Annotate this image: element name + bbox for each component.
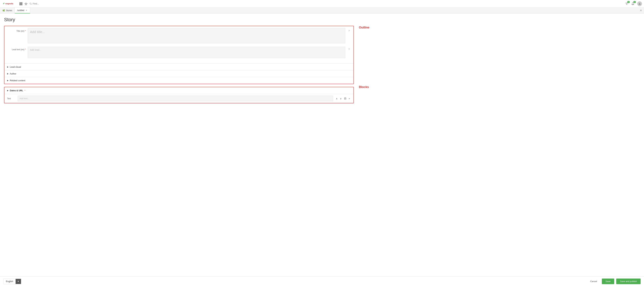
logo: magnolia bbox=[2, 1, 17, 6]
svg-rect-6 bbox=[20, 4, 21, 4]
svg-rect-4 bbox=[22, 2, 22, 3]
language-selector[interactable]: English ▼ bbox=[4, 278, 21, 284]
page-title: Story bbox=[4, 17, 640, 22]
svg-text:magnolia: magnolia bbox=[6, 3, 13, 5]
svg-rect-2 bbox=[20, 2, 20, 3]
bottom-right-actions: Cancel Save Save and publish bbox=[588, 278, 640, 284]
main-content: Story Title (en) * ? bbox=[0, 14, 644, 286]
dropdown-chevron-icon: ▼ bbox=[17, 280, 19, 282]
outline-box: Title (en) * ? Lead text (en) * bbox=[4, 26, 354, 84]
outline-fields: Title (en) * ? Lead text (en) * bbox=[4, 26, 354, 63]
lead-visual-chevron: ▶ bbox=[7, 66, 8, 68]
svg-rect-8 bbox=[20, 5, 20, 5]
dates-url-row[interactable]: ▶ Dates & URL * bbox=[4, 87, 354, 94]
related-content-label: Related content bbox=[10, 79, 25, 82]
title-input[interactable] bbox=[28, 28, 345, 43]
lead-visual-label: Lead visual bbox=[10, 66, 21, 68]
svg-line-12 bbox=[31, 4, 32, 5]
related-content-row[interactable]: ▶ Related content bbox=[4, 77, 354, 84]
bell-icon-badge[interactable]: 0 bbox=[631, 2, 634, 6]
blocks-section-label: Blocks bbox=[359, 85, 640, 89]
grid-icon[interactable] bbox=[19, 2, 22, 5]
save-publish-button[interactable]: Save and publish bbox=[616, 278, 640, 284]
language-label: English bbox=[4, 279, 16, 284]
tab-stories-label: Stories bbox=[6, 9, 12, 12]
tab-bar-close-button[interactable]: ✕ bbox=[638, 9, 644, 12]
text-block-row: Text ∧ ∨ bbox=[4, 94, 354, 103]
filter-icon-badge[interactable]: 0 bbox=[625, 2, 628, 6]
title-help-button[interactable]: ? bbox=[348, 28, 351, 32]
lead-help-button[interactable]: ? bbox=[348, 47, 351, 51]
svg-rect-9 bbox=[20, 5, 21, 5]
block-actions: ∧ ∨ + bbox=[335, 97, 351, 100]
lead-text-field-row: Lead text (en) * ? bbox=[7, 47, 351, 59]
bell-badge: 0 bbox=[633, 1, 636, 3]
title-field-label: Title (en) * bbox=[7, 28, 26, 32]
svg-rect-5 bbox=[20, 4, 20, 4]
svg-rect-17 bbox=[344, 98, 346, 99]
svg-line-0 bbox=[3, 4, 4, 4]
star-icon[interactable] bbox=[24, 2, 28, 5]
avatar[interactable] bbox=[637, 1, 642, 6]
text-block-label: Text bbox=[7, 97, 16, 100]
top-nav: magnolia bbox=[0, 0, 644, 8]
related-content-chevron: ▶ bbox=[7, 79, 8, 82]
title-input-wrap bbox=[28, 28, 345, 44]
dates-required-mark: * bbox=[24, 90, 25, 92]
lead-text-input[interactable] bbox=[28, 47, 345, 58]
block-delete-button[interactable] bbox=[343, 97, 347, 100]
svg-rect-7 bbox=[22, 4, 22, 4]
lead-required-mark: * bbox=[25, 48, 26, 51]
svg-rect-10 bbox=[22, 5, 22, 5]
dates-chevron: ▶ bbox=[7, 89, 8, 92]
author-chevron: ▶ bbox=[7, 73, 8, 75]
dates-label: Dates & URL bbox=[10, 89, 23, 92]
svg-rect-3 bbox=[20, 2, 21, 3]
content-layout: Title (en) * ? Lead text (en) * bbox=[4, 26, 640, 103]
lead-text-input-wrap bbox=[28, 47, 345, 59]
title-required-mark: * bbox=[25, 30, 26, 32]
author-label: Author bbox=[10, 72, 16, 75]
language-dropdown-button[interactable]: ▼ bbox=[16, 279, 21, 284]
tab-stories[interactable]: 🌿 Stories bbox=[0, 8, 15, 14]
save-button[interactable]: Save bbox=[602, 278, 614, 284]
right-column: Outline Blocks bbox=[354, 26, 640, 103]
block-add-button[interactable]: + bbox=[348, 97, 351, 100]
left-column: Title (en) * ? Lead text (en) * bbox=[4, 26, 354, 103]
block-down-button[interactable]: ∨ bbox=[339, 97, 342, 100]
cancel-button[interactable]: Cancel bbox=[588, 279, 600, 284]
lead-visual-row[interactable]: ▶ Lead visual bbox=[4, 63, 354, 70]
tab-untitled-label: /untitled bbox=[17, 9, 24, 12]
nav-right: 0 0 bbox=[625, 1, 642, 6]
filter-badge: 0 bbox=[627, 1, 630, 3]
author-row[interactable]: ▶ Author bbox=[4, 70, 354, 77]
block-up-button[interactable]: ∧ bbox=[335, 97, 338, 100]
text-block-input[interactable] bbox=[18, 96, 333, 101]
tab-untitled[interactable]: /untitled ✕ bbox=[15, 8, 30, 14]
title-field-row: Title (en) * ? bbox=[7, 28, 351, 44]
tab-bar: 🌿 Stories /untitled ✕ ✕ bbox=[0, 8, 644, 14]
outline-section-label: Outline bbox=[359, 26, 640, 29]
search-input[interactable] bbox=[33, 2, 97, 5]
blocks-box: ▶ Dates & URL * Text ∧ ∨ bbox=[4, 87, 354, 103]
leaf-icon: 🌿 bbox=[2, 9, 5, 12]
bottom-bar: English ▼ Cancel Save Save and publish bbox=[0, 276, 644, 286]
tab-close-button[interactable]: ✕ bbox=[25, 9, 28, 12]
search-bar[interactable] bbox=[30, 2, 97, 5]
lead-text-field-label: Lead text (en) * bbox=[7, 47, 26, 51]
